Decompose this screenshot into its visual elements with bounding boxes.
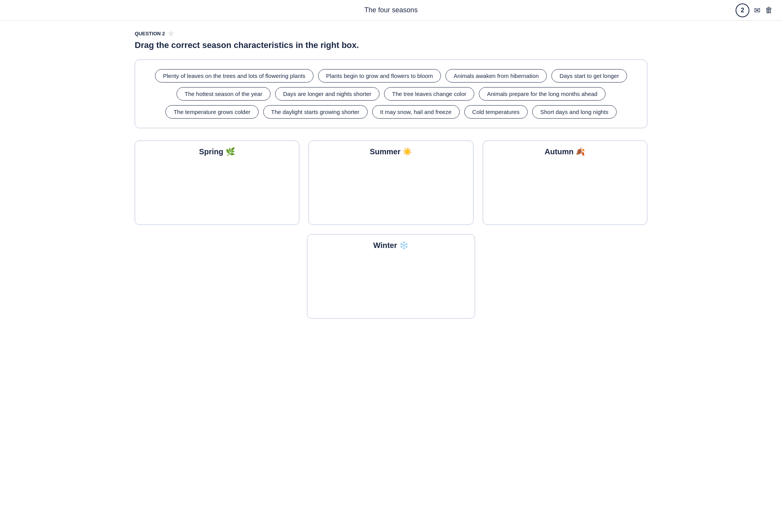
- chip[interactable]: Cold temperatures: [464, 105, 528, 119]
- chip[interactable]: Short days and long nights: [532, 105, 617, 119]
- chip[interactable]: Animals awaken from hibernation: [445, 69, 547, 83]
- summer-title: Summer ☀️: [315, 147, 467, 161]
- autumn-title: Autumn 🍂: [489, 147, 641, 161]
- chip[interactable]: Plants begin to grow and flowers to bloo…: [318, 69, 441, 83]
- chip[interactable]: Plenty of leaves on the trees and lots o…: [155, 69, 313, 83]
- question-label: QUESTION 2 ☆: [135, 30, 647, 37]
- header-actions: 2 ✉ 🗑: [736, 3, 773, 17]
- trash-icon[interactable]: 🗑: [765, 6, 773, 15]
- question-text: Drag the correct season characteristics …: [135, 40, 647, 50]
- spring-title: Spring 🌿: [141, 147, 293, 161]
- summer-box[interactable]: Summer ☀️: [309, 140, 473, 225]
- chip[interactable]: Days are longer and nights shorter: [275, 87, 379, 101]
- season-boxes-bottom: Winter ❄️: [135, 234, 647, 319]
- winter-box[interactable]: Winter ❄️: [307, 234, 475, 319]
- spring-box[interactable]: Spring 🌿: [135, 140, 299, 225]
- chip[interactable]: It may snow, hail and freeze: [372, 105, 460, 119]
- chip[interactable]: Animals prepare for the long months ahea…: [479, 87, 605, 101]
- main-content: QUESTION 2 ☆ Drag the correct season cha…: [122, 21, 660, 328]
- star-icon[interactable]: ☆: [168, 30, 173, 37]
- autumn-box[interactable]: Autumn 🍂: [483, 140, 647, 225]
- mail-icon[interactable]: ✉: [754, 6, 761, 15]
- chip[interactable]: The tree leaves change color: [384, 87, 474, 101]
- winter-title: Winter ❄️: [313, 241, 468, 254]
- chip[interactable]: The hottest season of the year: [177, 87, 271, 101]
- chip[interactable]: The daylight starts growing shorter: [263, 105, 368, 119]
- chips-pool: Plenty of leaves on the trees and lots o…: [135, 59, 647, 128]
- chip[interactable]: Days start to get longer: [551, 69, 627, 83]
- chip[interactable]: The temperature grows colder: [165, 105, 258, 119]
- page-title: The four seasons: [364, 6, 417, 14]
- question-badge: 2: [736, 3, 749, 17]
- season-boxes-top: Spring 🌿 Summer ☀️ Autumn 🍂: [135, 140, 647, 225]
- page-header: The four seasons 2 ✉ 🗑: [0, 0, 782, 21]
